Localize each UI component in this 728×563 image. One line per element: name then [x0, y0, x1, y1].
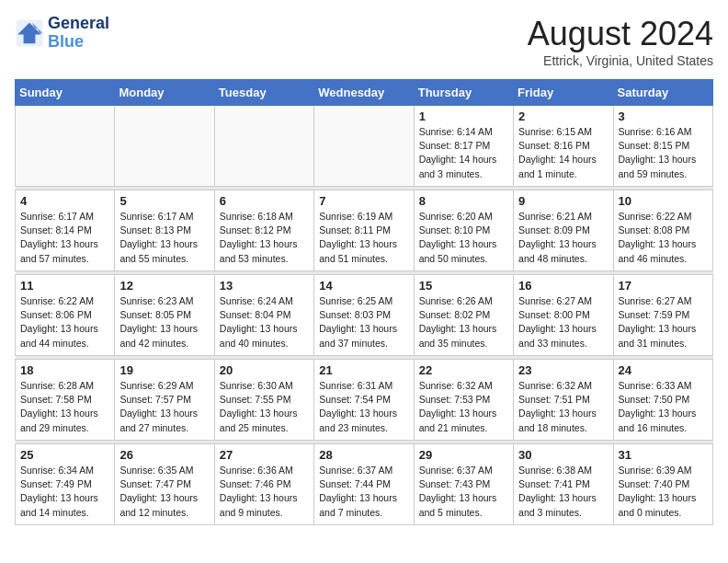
cell-info: Sunrise: 6:30 AMSunset: 7:55 PMDaylight:… — [220, 379, 309, 435]
calendar-cell: 28Sunrise: 6:37 AMSunset: 7:44 PMDayligh… — [314, 444, 414, 525]
calendar-cell — [214, 106, 313, 187]
calendar-cell: 22Sunrise: 6:32 AMSunset: 7:53 PMDayligh… — [414, 360, 513, 441]
day-number: 30 — [518, 448, 608, 462]
logo: General Blue — [15, 15, 109, 52]
day-number: 9 — [518, 194, 608, 208]
cell-info: Sunrise: 6:21 AMSunset: 8:09 PMDaylight:… — [518, 210, 608, 266]
cell-info: Sunrise: 6:38 AMSunset: 7:41 PMDaylight:… — [518, 464, 608, 520]
cell-info: Sunrise: 6:14 AMSunset: 8:17 PMDaylight:… — [419, 125, 508, 181]
calendar-cell: 6Sunrise: 6:18 AMSunset: 8:12 PMDaylight… — [214, 190, 313, 271]
day-number: 4 — [20, 194, 109, 208]
calendar-cell — [314, 106, 414, 187]
cell-info: Sunrise: 6:22 AMSunset: 8:08 PMDaylight:… — [619, 210, 708, 266]
cell-info: Sunrise: 6:35 AMSunset: 7:47 PMDaylight:… — [119, 464, 209, 520]
calendar-cell: 18Sunrise: 6:28 AMSunset: 7:58 PMDayligh… — [16, 360, 115, 441]
calendar-table: SundayMondayTuesdayWednesdayThursdayFrid… — [15, 79, 713, 525]
page-subtitle: Ettrick, Virginia, United States — [528, 53, 713, 68]
calendar-week-row: 11Sunrise: 6:22 AMSunset: 8:06 PMDayligh… — [16, 275, 713, 356]
cell-info: Sunrise: 6:20 AMSunset: 8:10 PMDaylight:… — [419, 210, 508, 266]
cell-info: Sunrise: 6:22 AMSunset: 8:06 PMDaylight:… — [20, 294, 109, 350]
cell-info: Sunrise: 6:32 AMSunset: 7:51 PMDaylight:… — [518, 379, 608, 435]
logo-line2: Blue — [48, 32, 84, 51]
calendar-week-row: 25Sunrise: 6:34 AMSunset: 7:49 PMDayligh… — [16, 444, 713, 525]
day-number: 29 — [419, 448, 508, 462]
day-number: 15 — [419, 279, 508, 293]
cell-info: Sunrise: 6:17 AMSunset: 8:14 PMDaylight:… — [20, 210, 109, 266]
calendar-cell: 1Sunrise: 6:14 AMSunset: 8:17 PMDaylight… — [414, 106, 513, 187]
cell-info: Sunrise: 6:33 AMSunset: 7:50 PMDaylight:… — [619, 379, 708, 435]
day-number: 12 — [119, 279, 209, 293]
calendar-cell: 31Sunrise: 6:39 AMSunset: 7:40 PMDayligh… — [613, 444, 712, 525]
cell-info: Sunrise: 6:24 AMSunset: 8:04 PMDaylight:… — [220, 294, 309, 350]
calendar-cell: 9Sunrise: 6:21 AMSunset: 8:09 PMDaylight… — [514, 190, 613, 271]
cell-info: Sunrise: 6:36 AMSunset: 7:46 PMDaylight:… — [220, 464, 309, 520]
cell-info: Sunrise: 6:39 AMSunset: 7:40 PMDaylight:… — [619, 464, 708, 520]
header-day-monday: Monday — [115, 80, 214, 106]
calendar-cell: 24Sunrise: 6:33 AMSunset: 7:50 PMDayligh… — [613, 360, 712, 441]
cell-info: Sunrise: 6:23 AMSunset: 8:05 PMDaylight:… — [119, 294, 209, 350]
header: General Blue August 2024 Ettrick, Virgin… — [15, 15, 713, 68]
day-number: 24 — [619, 363, 708, 377]
day-number: 26 — [119, 448, 209, 462]
cell-info: Sunrise: 6:16 AMSunset: 8:15 PMDaylight:… — [619, 125, 708, 181]
calendar-cell: 27Sunrise: 6:36 AMSunset: 7:46 PMDayligh… — [214, 444, 313, 525]
calendar-cell: 3Sunrise: 6:16 AMSunset: 8:15 PMDaylight… — [613, 106, 712, 187]
header-day-saturday: Saturday — [613, 80, 712, 106]
calendar-cell: 25Sunrise: 6:34 AMSunset: 7:49 PMDayligh… — [16, 444, 115, 525]
cell-info: Sunrise: 6:37 AMSunset: 7:43 PMDaylight:… — [419, 464, 508, 520]
day-number: 27 — [220, 448, 309, 462]
calendar-cell: 23Sunrise: 6:32 AMSunset: 7:51 PMDayligh… — [514, 360, 613, 441]
day-number: 13 — [220, 279, 309, 293]
day-number: 7 — [319, 194, 408, 208]
day-number: 20 — [220, 363, 309, 377]
calendar-cell: 19Sunrise: 6:29 AMSunset: 7:57 PMDayligh… — [115, 360, 214, 441]
header-day-sunday: Sunday — [16, 80, 115, 106]
calendar-cell: 16Sunrise: 6:27 AMSunset: 8:00 PMDayligh… — [514, 275, 613, 356]
cell-info: Sunrise: 6:32 AMSunset: 7:53 PMDaylight:… — [419, 379, 508, 435]
calendar-cell: 29Sunrise: 6:37 AMSunset: 7:43 PMDayligh… — [414, 444, 513, 525]
calendar-week-row: 18Sunrise: 6:28 AMSunset: 7:58 PMDayligh… — [16, 360, 713, 441]
calendar-cell: 14Sunrise: 6:25 AMSunset: 8:03 PMDayligh… — [314, 275, 414, 356]
calendar-cell: 8Sunrise: 6:20 AMSunset: 8:10 PMDaylight… — [414, 190, 513, 271]
day-number: 5 — [119, 194, 209, 208]
calendar-cell: 21Sunrise: 6:31 AMSunset: 7:54 PMDayligh… — [314, 360, 414, 441]
calendar-cell: 13Sunrise: 6:24 AMSunset: 8:04 PMDayligh… — [214, 275, 313, 356]
day-number: 18 — [20, 363, 109, 377]
day-number: 28 — [319, 448, 408, 462]
calendar-week-row: 1Sunrise: 6:14 AMSunset: 8:17 PMDaylight… — [16, 106, 713, 187]
cell-info: Sunrise: 6:19 AMSunset: 8:11 PMDaylight:… — [319, 210, 408, 266]
calendar-cell: 2Sunrise: 6:15 AMSunset: 8:16 PMDaylight… — [514, 106, 613, 187]
header-day-thursday: Thursday — [414, 80, 513, 106]
cell-info: Sunrise: 6:25 AMSunset: 8:03 PMDaylight:… — [319, 294, 408, 350]
day-number: 2 — [518, 109, 608, 123]
calendar-cell: 30Sunrise: 6:38 AMSunset: 7:41 PMDayligh… — [514, 444, 613, 525]
day-number: 3 — [619, 109, 708, 123]
calendar-cell: 26Sunrise: 6:35 AMSunset: 7:47 PMDayligh… — [115, 444, 214, 525]
page-title: August 2024 — [528, 15, 713, 53]
calendar-header-row: SundayMondayTuesdayWednesdayThursdayFrid… — [16, 80, 713, 106]
day-number: 21 — [319, 363, 408, 377]
day-number: 25 — [20, 448, 109, 462]
cell-info: Sunrise: 6:29 AMSunset: 7:57 PMDaylight:… — [119, 379, 209, 435]
day-number: 19 — [119, 363, 209, 377]
day-number: 31 — [619, 448, 708, 462]
day-number: 8 — [419, 194, 508, 208]
logo-text: General Blue — [48, 15, 109, 52]
calendar-cell: 20Sunrise: 6:30 AMSunset: 7:55 PMDayligh… — [214, 360, 313, 441]
calendar-cell: 5Sunrise: 6:17 AMSunset: 8:13 PMDaylight… — [115, 190, 214, 271]
logo-icon — [15, 18, 44, 48]
cell-info: Sunrise: 6:18 AMSunset: 8:12 PMDaylight:… — [220, 210, 309, 266]
title-area: August 2024 Ettrick, Virginia, United St… — [528, 15, 713, 68]
cell-info: Sunrise: 6:28 AMSunset: 7:58 PMDaylight:… — [20, 379, 109, 435]
day-number: 14 — [319, 279, 408, 293]
day-number: 22 — [419, 363, 508, 377]
cell-info: Sunrise: 6:15 AMSunset: 8:16 PMDaylight:… — [518, 125, 608, 181]
day-number: 11 — [20, 279, 109, 293]
header-day-friday: Friday — [514, 80, 613, 106]
calendar-cell: 15Sunrise: 6:26 AMSunset: 8:02 PMDayligh… — [414, 275, 513, 356]
calendar-cell: 10Sunrise: 6:22 AMSunset: 8:08 PMDayligh… — [613, 190, 712, 271]
calendar-cell: 4Sunrise: 6:17 AMSunset: 8:14 PMDaylight… — [16, 190, 115, 271]
cell-info: Sunrise: 6:31 AMSunset: 7:54 PMDaylight:… — [319, 379, 408, 435]
day-number: 6 — [220, 194, 309, 208]
header-day-wednesday: Wednesday — [314, 80, 414, 106]
